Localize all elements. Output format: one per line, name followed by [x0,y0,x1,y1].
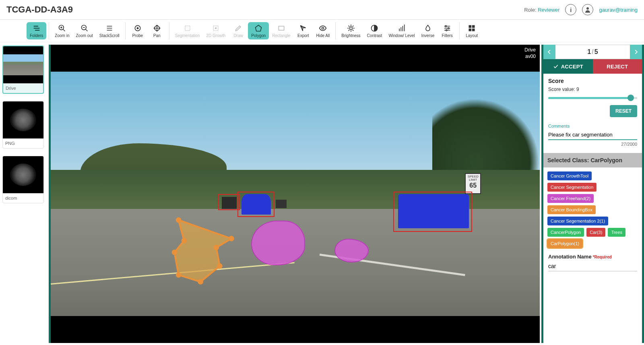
tool-pan[interactable]: Pan [147,22,167,39]
thumbnail-panel: DrivePNGdicom [0,42,46,343]
svg-point-52 [175,273,181,278]
tool-hideall[interactable]: Hide All [313,22,333,39]
tag-cancerpolygon[interactable]: CancerPolygon [547,228,584,237]
pager-sep: / [592,48,593,56]
thumb-label: dicom [3,193,43,203]
tool-zoomout[interactable]: Zoom out [72,22,96,39]
svg-point-21 [322,27,324,29]
tool-probe[interactable]: Probe [128,22,147,39]
info-icon[interactable]: i [565,4,576,15]
thumb-png[interactable]: PNG [2,101,44,149]
tool-label: Zoom in [55,33,69,38]
bbox-car-right[interactable] [393,192,473,232]
draw-icon [234,24,243,33]
tool-label: Layout [466,33,478,38]
reset-button[interactable]: RESET [610,105,637,117]
thumb-image [3,101,43,138]
toolbar: FoldersZoom inZoom outStackScrollProbePa… [0,20,644,42]
bbox-car-center[interactable] [237,192,275,217]
svg-point-41 [446,29,447,31]
accept-button[interactable]: ACCEPT [543,59,593,74]
tool-filters[interactable]: Filters [438,22,457,39]
freehand-purple-1[interactable] [251,221,305,265]
slider-thumb[interactable] [627,95,634,101]
svg-point-54 [181,238,187,244]
tag-cancer-freehand-2-[interactable]: Cancer Freehand(2) [547,194,594,203]
tag-cancer-segmentation[interactable]: Cancer Segmentation [547,183,597,192]
comments-counter: 27/2000 [548,142,637,147]
svg-rect-20 [279,26,284,30]
layout-icon [467,24,476,33]
tool-label: Folders [30,33,43,38]
tag-cancer-segementation-2-1-[interactable]: Cancer Segementation 2(1) [547,217,608,225]
svg-point-51 [198,279,203,285]
tag-trees[interactable]: Trees [608,228,625,237]
windowlevel-icon [397,24,406,33]
svg-line-5 [63,29,65,31]
main: DrivePNGdicom SPEED LIMIT 65 [0,42,644,343]
pager-prev-button[interactable] [543,45,555,59]
thumb-drive[interactable]: Drive [2,45,44,94]
tool-layout[interactable]: Layout [462,22,481,39]
tag-car-3-[interactable]: Car(3) [586,228,605,237]
pager-next-button[interactable] [630,45,642,59]
brightness-icon [347,24,355,33]
svg-point-48 [229,236,234,242]
bottom-black-band [51,316,540,343]
tool-stackscroll[interactable]: StackScroll [96,22,123,39]
svg-rect-43 [472,25,475,28]
sign-line2: LIMIT [469,178,477,182]
bbox-car-left[interactable] [218,194,240,210]
tool-label: Export [297,33,309,38]
tool-polygon[interactable]: Polygon [248,22,269,39]
tool-windowlevel[interactable]: Window/ Level [385,22,418,39]
svg-point-49 [213,245,219,250]
tool-folders[interactable]: Folders [27,22,46,39]
polygon-orange[interactable] [168,215,246,283]
canvas[interactable]: SPEED LIMIT 65 [49,45,540,343]
tool-brightness[interactable]: Brightness [338,22,363,39]
tool-export[interactable]: Export [293,22,313,39]
thumb-label: PNG [3,138,43,148]
svg-point-39 [445,25,446,27]
tool-label: StackScroll [99,33,120,38]
selected-class-bar: Selected Class: CarPolygon [543,153,642,167]
reject-button[interactable]: REJECT [593,59,642,74]
avatar[interactable] [582,4,593,15]
growth-icon [211,24,220,33]
score-slider[interactable] [548,95,637,101]
thumb-dicom[interactable]: dicom [2,156,44,203]
tag-cancer-boundingbox[interactable]: Cancer BoundingBox [547,205,596,214]
tag-cancer-growthtool[interactable]: Cancer GrowthTool [547,171,592,180]
annotation-label-text: Annotation Name [548,254,592,260]
svg-line-27 [349,26,349,27]
annotation-name-input[interactable] [548,261,637,271]
tool-label: 2D Growth [206,33,225,38]
tool-segmentation: Segmentation [172,22,203,39]
svg-rect-45 [472,29,475,31]
tool-inverse[interactable]: Inverse [418,22,438,39]
zoomout-icon [80,24,89,33]
thumb-image [3,156,43,193]
export-icon [299,24,308,33]
tool-zoomin[interactable]: Zoom in [52,22,72,39]
svg-point-0 [586,7,589,10]
svg-point-50 [217,263,223,269]
tool-label: Draw [234,33,243,38]
pager: 1 / 5 [543,45,642,59]
tool-label: Pan [153,33,161,38]
tag-carpolygon-1-[interactable]: CarPolygon(1) [547,239,582,248]
svg-marker-19 [256,25,262,31]
stackscroll-icon [105,24,114,33]
pan-icon [153,24,161,33]
tool-contrast[interactable]: Contrast [364,22,386,39]
comments-input[interactable] [548,130,637,140]
svg-point-40 [448,27,449,29]
svg-rect-44 [469,29,472,31]
tool-label: Probe [132,33,143,38]
rectangle-icon [277,24,286,33]
pager-display: 1 / 5 [555,45,630,59]
class-tags: Cancer GrowthToolCancer SegmentationCanc… [543,171,642,254]
tool-label: Brightness [341,33,360,38]
user-link[interactable]: gaurav@training [599,7,638,13]
